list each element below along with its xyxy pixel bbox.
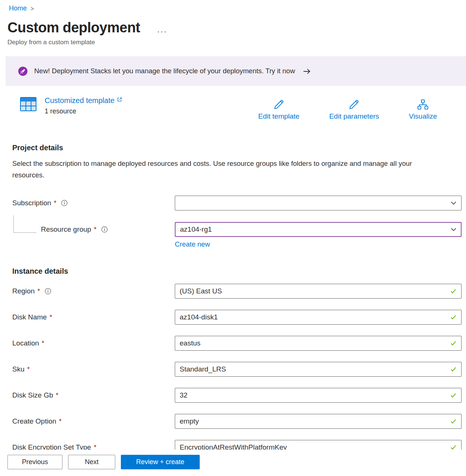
edit-parameters-button[interactable]: Edit parameters	[329, 99, 379, 120]
template-actions: Edit template Edit parameters Visua	[258, 96, 437, 120]
region-input[interactable]	[175, 284, 462, 299]
breadcrumb: Home >	[0, 0, 466, 12]
required-asterisk: *	[37, 287, 40, 295]
next-button[interactable]: Next	[68, 455, 115, 469]
template-bar: Customized template 1 resource Edit temp…	[19, 96, 466, 120]
info-icon[interactable]	[101, 226, 108, 233]
customized-template-link[interactable]: Customized template	[45, 96, 122, 105]
location-input[interactable]	[175, 336, 462, 351]
create-option-label: Create Option	[12, 417, 56, 425]
visualize-icon	[417, 99, 429, 110]
banner-message: New! Deployment Stacks let you manage th…	[34, 67, 295, 75]
region-label: Region	[12, 287, 35, 295]
required-asterisk: *	[59, 417, 61, 425]
check-icon	[450, 392, 457, 399]
create-option-input[interactable]	[175, 414, 462, 429]
pencil-icon	[273, 99, 285, 110]
required-asterisk: *	[42, 339, 44, 347]
indent-connector-line	[13, 215, 36, 233]
disk-size-label: Disk Size Gb	[12, 391, 53, 399]
edit-template-button[interactable]: Edit template	[258, 99, 299, 120]
disk-name-row: Disk Name *	[12, 310, 462, 325]
custom-deployment-page: Home > Custom deployment ... Deploy from…	[0, 0, 466, 455]
edit-template-label: Edit template	[258, 112, 299, 120]
required-asterisk: *	[54, 199, 57, 207]
required-asterisk: *	[27, 365, 30, 373]
project-details-heading: Project details	[0, 144, 466, 152]
project-details-form: Subscription * Resource group *	[0, 196, 466, 248]
resource-group-dropdown[interactable]	[175, 222, 462, 237]
disk-name-label: Disk Name	[12, 313, 47, 321]
info-icon[interactable]	[61, 200, 68, 206]
project-details-description: Select the subscription to manage deploy…	[0, 152, 443, 181]
page-subtitle: Deploy from a custom template	[0, 36, 466, 46]
page-header: Custom deployment ...	[0, 12, 466, 36]
footer-bar: Previous Next Review + create	[0, 450, 466, 476]
subscription-label: Subscription	[12, 199, 51, 207]
instance-details-heading: Instance details	[0, 267, 466, 276]
disk-size-input[interactable]	[175, 388, 462, 403]
more-options-button[interactable]: ...	[157, 26, 167, 34]
pencil-icon	[348, 99, 360, 110]
check-icon	[450, 288, 457, 295]
create-new-row: Create new	[12, 240, 462, 248]
subscription-dropdown[interactable]	[175, 196, 462, 210]
chevron-down-icon[interactable]	[450, 226, 457, 233]
breadcrumb-home-link[interactable]: Home	[9, 4, 27, 12]
sku-row: Sku *	[12, 362, 462, 377]
resource-count: 1 resource	[45, 107, 122, 115]
disk-size-row: Disk Size Gb *	[12, 388, 462, 403]
subscription-row: Subscription *	[12, 196, 462, 210]
rocket-icon	[18, 66, 28, 76]
template-icon	[19, 96, 37, 113]
required-asterisk: *	[94, 225, 96, 234]
check-icon	[450, 366, 457, 373]
page-title: Custom deployment	[7, 20, 140, 36]
review-create-button[interactable]: Review + create	[121, 455, 200, 469]
resource-group-label: Resource group	[41, 225, 91, 234]
required-asterisk: *	[49, 313, 52, 321]
breadcrumb-separator-icon: >	[30, 6, 34, 12]
arrow-right-icon[interactable]	[303, 68, 311, 75]
location-label: Location	[12, 339, 39, 347]
sku-label: Sku	[12, 365, 25, 373]
template-link-label: Customized template	[45, 96, 115, 105]
info-icon[interactable]	[45, 288, 51, 295]
sku-input[interactable]	[175, 362, 462, 377]
chevron-down-icon[interactable]	[450, 200, 457, 206]
deployment-stacks-banner[interactable]: New! Deployment Stacks let you manage th…	[6, 56, 466, 86]
previous-button[interactable]: Previous	[7, 455, 62, 469]
create-new-link[interactable]: Create new	[175, 240, 210, 248]
visualize-label: Visualize	[409, 112, 437, 120]
check-icon	[450, 340, 457, 347]
check-icon	[450, 418, 457, 425]
check-icon	[450, 314, 457, 321]
resource-group-row: Resource group *	[12, 222, 462, 237]
disk-name-input[interactable]	[175, 310, 462, 325]
edit-parameters-label: Edit parameters	[329, 112, 379, 120]
visualize-button[interactable]: Visualize	[409, 99, 437, 120]
instance-details-form: Region * Disk Name *	[0, 284, 466, 455]
region-row: Region *	[12, 284, 462, 299]
location-row: Location *	[12, 336, 462, 351]
external-link-icon	[117, 97, 122, 102]
create-option-row: Create Option *	[12, 414, 462, 429]
required-asterisk: *	[56, 391, 58, 399]
